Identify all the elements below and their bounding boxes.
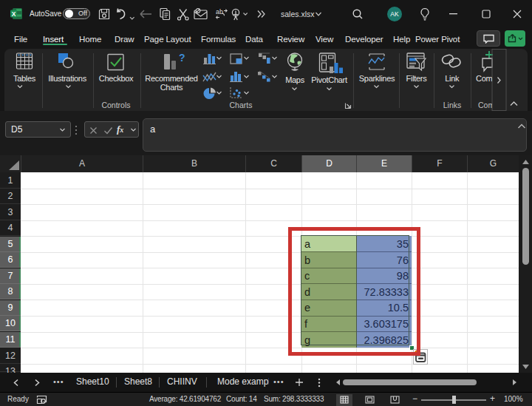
- svg-text:?: ?: [179, 52, 185, 64]
- svg-text:ab: ab: [216, 8, 223, 16]
- svg-text:X: X: [12, 10, 16, 18]
